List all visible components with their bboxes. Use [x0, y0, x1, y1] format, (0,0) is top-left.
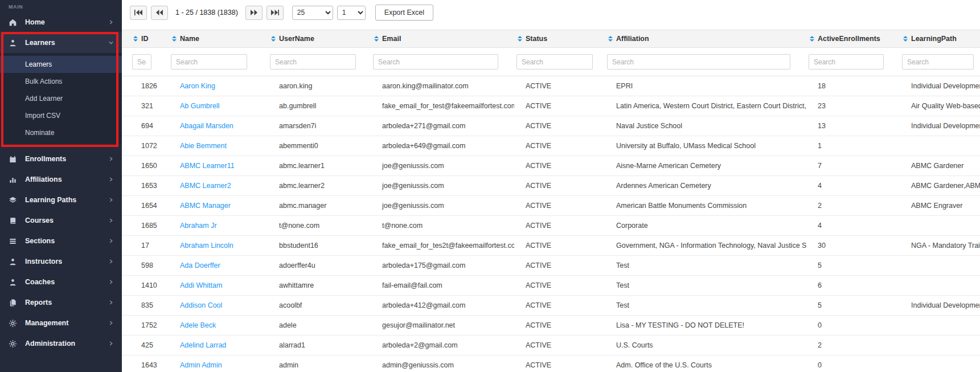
cell-affiliation: Aisne-Marne American Cemetery	[605, 162, 806, 170]
cell-id: 1410	[130, 281, 169, 289]
sort-icon[interactable]	[172, 36, 177, 42]
learner-name-link[interactable]: Abraham Jr	[180, 222, 217, 230]
search-input-email[interactable]	[373, 54, 498, 70]
learner-name-link[interactable]: Admin Admin	[180, 361, 222, 369]
sidebar-item-home[interactable]: Home	[0, 12, 122, 32]
sidebar-subitem-add-learner[interactable]: Add Learner	[0, 90, 122, 107]
cell-email: joe@geniussis.com	[371, 162, 514, 170]
learner-name-link[interactable]: Abraham Lincoln	[180, 242, 233, 250]
sidebar-item-learners[interactable]: Learners	[0, 32, 122, 53]
column-header-status[interactable]: Status	[514, 35, 605, 43]
column-header-learningpath[interactable]: LearningPath	[900, 35, 980, 43]
cell-path: ABMC Engraver	[900, 202, 980, 210]
cell-name: Adelind Larrad	[169, 341, 268, 349]
search-input-id[interactable]	[132, 54, 151, 70]
search-input-name[interactable]	[171, 54, 247, 70]
cell-status: ACTIVE	[514, 281, 605, 289]
previous-page-button[interactable]	[151, 6, 168, 20]
learner-name-link[interactable]: Abagail Marsden	[180, 122, 233, 130]
sidebar-item-enrollments[interactable]: Enrollments	[0, 149, 122, 169]
cell-affiliation: University at Buffalo, UMass Medical Sch…	[605, 142, 806, 150]
cell-affiliation: U.S. Courts	[605, 341, 806, 349]
table-row: 835Addison Coolacoolbfarboleda+412@gmail…	[122, 296, 980, 316]
table-body: 1826Aaron Kingaaron.kingaaron.king@maili…	[122, 76, 980, 372]
sort-icon[interactable]	[271, 36, 276, 42]
next-page-icon	[249, 9, 259, 16]
cell-status: ACTIVE	[514, 361, 605, 369]
first-page-button[interactable]	[130, 6, 147, 20]
sidebar-subitem-learners[interactable]: Learners	[0, 56, 122, 73]
sort-icon[interactable]	[133, 36, 138, 42]
learner-name-link[interactable]: ABMC Learner11	[180, 162, 235, 170]
search-input-learningpath[interactable]	[902, 54, 974, 70]
search-cell	[169, 54, 268, 70]
cell-username: adoerffer4u	[268, 261, 371, 269]
search-input-affiliation[interactable]	[607, 54, 790, 70]
sidebar-item-coaches[interactable]: Coaches	[0, 272, 122, 292]
sidebar-subitem-nominate[interactable]: Nominate	[0, 124, 122, 141]
learner-name-link[interactable]: Ab Gumbrell	[180, 102, 219, 110]
learner-name-link[interactable]: ABMC Manager	[180, 202, 231, 210]
cell-enrollments: 2	[806, 341, 900, 349]
sidebar-subitem-bulk-actions[interactable]: Bulk Actions	[0, 73, 122, 90]
sort-icon[interactable]	[518, 36, 522, 42]
search-cell	[900, 54, 980, 70]
sidebar-item-management[interactable]: Management	[0, 313, 122, 333]
cell-name: Abie Bemment	[169, 142, 268, 150]
cell-status: ACTIVE	[514, 321, 605, 329]
last-page-button[interactable]	[266, 6, 284, 20]
search-input-username[interactable]	[270, 54, 356, 70]
sort-icon[interactable]	[810, 36, 814, 42]
page-size-select[interactable]: 25	[292, 6, 333, 20]
table-row: 1410Addi Whittamawhittamrefail-email@fai…	[122, 276, 980, 296]
sidebar-subitem-import-csv[interactable]: Import CSV	[0, 107, 122, 124]
sidebar-item-sections[interactable]: Sections	[0, 231, 122, 251]
cell-username: awhittamre	[268, 281, 371, 289]
cell-id: 1650	[130, 162, 169, 170]
table-row: 694Abagail Marsdenamarsden7iarboleda+271…	[122, 116, 980, 136]
export-excel-button[interactable]: Export Excel	[375, 5, 433, 21]
cell-path: Individual Development P	[900, 122, 980, 130]
column-header-affiliation[interactable]: Affiliation	[605, 35, 806, 43]
sidebar-item-affiliations[interactable]: Affiliations	[0, 169, 122, 190]
learner-name-link[interactable]: Abie Bemment	[180, 142, 227, 150]
sort-icon[interactable]	[903, 36, 908, 42]
cell-email: arboleda+649@gmail.com	[371, 142, 514, 150]
page-number-select[interactable]: 1	[337, 6, 366, 20]
column-header-id[interactable]: ID	[130, 35, 169, 43]
column-header-activeenrollments[interactable]: ActiveEnrollments	[806, 35, 900, 43]
search-input-activeenrollments[interactable]	[809, 54, 884, 70]
column-label: LearningPath	[911, 35, 957, 43]
chevron-right-icon	[107, 216, 115, 224]
cell-status: ACTIVE	[514, 162, 605, 170]
column-header-name[interactable]: Name	[169, 35, 268, 43]
sidebar-item-reports[interactable]: Reports	[0, 292, 122, 313]
column-header-username[interactable]: UserName	[268, 35, 371, 43]
learner-name-link[interactable]: Addi Whittam	[180, 281, 222, 289]
learner-name-link[interactable]: Adele Beck	[180, 321, 216, 329]
learner-name-link[interactable]: Adelind Larrad	[180, 341, 226, 349]
sidebar-item-courses[interactable]: Courses	[0, 210, 122, 231]
search-input-status[interactable]	[516, 54, 593, 70]
cell-enrollments: 23	[806, 102, 900, 110]
cell-id: 1826	[130, 82, 169, 90]
sidebar-item-instructors[interactable]: Instructors	[0, 251, 122, 272]
sidebar-item-learning-paths[interactable]: Learning Paths	[0, 190, 122, 210]
next-page-button[interactable]	[245, 6, 263, 20]
column-header-email[interactable]: Email	[371, 35, 514, 43]
sidebar-item-administration[interactable]: Administration	[0, 333, 122, 354]
chevron-right-icon	[107, 196, 115, 204]
sort-icon[interactable]	[374, 36, 379, 42]
learner-name-link[interactable]: ABMC Learner2	[180, 182, 231, 190]
cell-name: Aaron King	[169, 82, 268, 90]
cell-status: ACTIVE	[514, 122, 605, 130]
learner-name-link[interactable]: Aaron King	[180, 82, 215, 90]
learner-name-link[interactable]: Addison Cool	[180, 301, 222, 309]
cell-affiliation: EPRI	[605, 82, 806, 90]
sidebar-item-label: Affiliations	[25, 175, 107, 183]
cell-id: 425	[130, 341, 169, 349]
sort-icon[interactable]	[608, 36, 613, 42]
cell-path: Air Quality Web-based Tra	[900, 102, 980, 110]
cell-affiliation: American Battle Monuments Commission	[605, 202, 806, 210]
learner-name-link[interactable]: Ada Doerffer	[180, 261, 220, 269]
